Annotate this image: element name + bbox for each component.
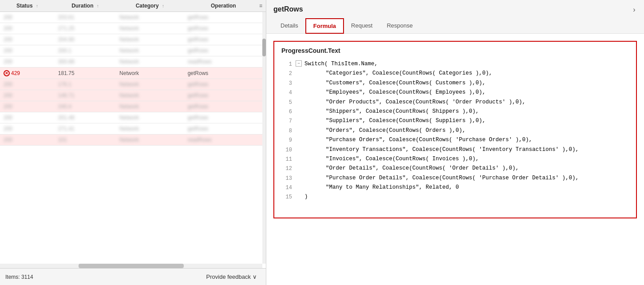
monitor-table: Status ↑ Duration ↑ Category ↑ Operati	[0, 0, 266, 146]
line-number: 6	[281, 107, 292, 116]
code-text: "Shippers", Coalesce(CountRows( Shippers…	[304, 107, 479, 116]
code-text: "Purchase Order Details", Coalesce(Count…	[304, 174, 579, 183]
table-row[interactable]: ✕429181.75NetworkgetRows	[0, 67, 266, 79]
tab-response[interactable]: Response	[379, 18, 420, 34]
scrollbar-thumb[interactable]	[262, 39, 266, 56]
col-header-category[interactable]: Category ↑	[116, 0, 184, 12]
code-line: 1−Switch( ThisItem.Name,	[281, 59, 629, 69]
cell-status: 200	[0, 79, 55, 90]
code-line: 2"Categories", Coalesce(CountRows( Categ…	[281, 69, 629, 78]
line-number: 12	[281, 164, 292, 173]
cell-category: Network	[116, 23, 184, 34]
collapse-icon[interactable]: −	[296, 60, 302, 67]
code-text: "Orders", Coalesce(CountRows( Orders ),0…	[304, 126, 466, 135]
cell-status: 200	[0, 12, 55, 23]
code-line: 10"Inventory Transactions", Coalesce(Cou…	[281, 145, 629, 154]
code-text: Switch( ThisItem.Name,	[304, 59, 378, 69]
formula-property-name: ProgressCount.Text	[281, 47, 629, 54]
table-row[interactable]: 200271.25NetworkgetRows	[0, 23, 266, 34]
cell-operation: getRows	[184, 34, 266, 45]
table-row[interactable]: 200176.1NetworkgetRows	[0, 79, 266, 90]
line-number: 9	[281, 135, 292, 145]
sort-icon-status: ↑	[36, 4, 38, 8]
line-number: 8	[281, 126, 292, 135]
table-row[interactable]: 200300.88NetworkreadRows	[0, 56, 266, 67]
panel-title: getRows	[273, 5, 637, 13]
formula-box: ProgressCount.Text 1−Switch( ThisItem.Na…	[273, 41, 637, 218]
col-header-status[interactable]: Status ↑	[0, 0, 55, 12]
tab-request[interactable]: Request	[344, 18, 379, 34]
cell-category: Network	[116, 135, 184, 146]
cell-duration: 300.88	[55, 56, 116, 67]
cell-operation: getRows	[184, 79, 266, 90]
code-text: "Order Products", Coalesce(CountRows( 'O…	[304, 98, 525, 107]
sort-icon-category: ↑	[162, 4, 164, 8]
cell-duration: 146.71	[55, 90, 116, 101]
table-row[interactable]: 200271.41NetworkgetRows	[0, 123, 266, 135]
table-row[interactable]: 200204.90NetworkgetRows	[0, 34, 266, 45]
h-scrollbar-thumb[interactable]	[79, 264, 183, 268]
cell-status: 200	[0, 90, 55, 101]
code-line: 6"Shippers", Coalesce(CountRows( Shipper…	[281, 107, 629, 116]
code-line: 15)	[281, 192, 629, 202]
error-icon: ✕	[4, 70, 10, 76]
menu-icon[interactable]: ≡	[259, 3, 262, 9]
left-panel: Status ↑ Duration ↑ Category ↑ Operati	[0, 0, 266, 285]
table-scroll-wrapper: Status ↑ Duration ↑ Category ↑ Operati	[0, 0, 266, 264]
cell-duration: 240.4	[55, 101, 116, 112]
code-line: 8"Orders", Coalesce(CountRows( Orders ),…	[281, 126, 629, 135]
cell-operation: getRows	[184, 23, 266, 34]
table-row[interactable]: 200146.71NetworkgetRows	[0, 90, 266, 101]
line-number: 1	[281, 59, 292, 69]
cell-operation: getRows	[184, 112, 266, 123]
line-number: 13	[281, 174, 292, 183]
cell-status: 200	[0, 34, 55, 45]
table-row[interactable]: 200200.1NetworkgetRows	[0, 45, 266, 56]
col-header-operation[interactable]: Operation ≡	[184, 0, 266, 12]
code-line: 9"Purchase Orders", Coalesce(CountRows( …	[281, 135, 629, 145]
table-row[interactable]: 200240.4NetworkgetRows	[0, 101, 266, 112]
cell-status: 200	[0, 112, 55, 123]
table-row[interactable]: 200203.61NetworkgetRows	[0, 12, 266, 23]
cell-status: 200	[0, 101, 55, 112]
code-line: 11"Invoices", Coalesce(CountRows( Invoic…	[281, 154, 629, 164]
tab-formula[interactable]: Formula	[305, 18, 344, 34]
table-row[interactable]: 200201.48NetworkgetRows	[0, 112, 266, 123]
horizontal-scrollbar[interactable]	[0, 264, 262, 268]
cell-duration: 181.75	[55, 67, 116, 79]
chevron-down-icon: ∨	[253, 273, 257, 280]
cell-category: Network	[116, 90, 184, 101]
code-text: "Many to Many Relationships", Related, 0	[304, 183, 459, 192]
code-text: "Categories", Coalesce(CountRows( Catego…	[304, 69, 492, 78]
code-line: 3"Customers", Coalesce(CountRows( Custom…	[281, 79, 629, 88]
table-row[interactable]: 200101NetworkreadRows	[0, 135, 266, 146]
cell-operation: getRows	[184, 45, 266, 56]
table-inner-scroll: Status ↑ Duration ↑ Category ↑ Operati	[0, 0, 266, 264]
items-count: Items: 3114	[5, 274, 33, 280]
cell-category: Network	[116, 12, 184, 23]
cell-duration: 204.90	[55, 34, 116, 45]
code-text: "Invoices", Coalesce(CountRows( Invoices…	[304, 154, 479, 164]
feedback-button[interactable]: Provide feedback ∨	[203, 272, 261, 282]
code-text: "Employees", Coalesce(CountRows( Employe…	[304, 88, 486, 97]
tab-details[interactable]: Details	[273, 18, 305, 34]
right-panel: getRows Details Formula Request Response…	[266, 0, 644, 285]
code-text: "Customers", Coalesce(CountRows( Custome…	[304, 79, 486, 88]
col-header-duration[interactable]: Duration ↑	[55, 0, 116, 12]
cell-category: Network	[116, 45, 184, 56]
cell-status: 200	[0, 56, 55, 67]
code-line: 5"Order Products", Coalesce(CountRows( '…	[281, 98, 629, 107]
line-number: 7	[281, 116, 292, 126]
line-number: 4	[281, 88, 292, 97]
cell-duration: 200.1	[55, 45, 116, 56]
cell-duration: 101	[55, 135, 116, 146]
line-number: 10	[281, 145, 292, 154]
cell-status: 200	[0, 123, 55, 135]
close-button[interactable]: ›	[629, 4, 640, 15]
cell-category: Network	[116, 123, 184, 135]
vertical-scrollbar[interactable]	[262, 12, 266, 264]
line-number: 3	[281, 79, 292, 88]
code-line: 13"Purchase Order Details", Coalesce(Cou…	[281, 174, 629, 183]
line-number: 5	[281, 98, 292, 107]
right-content: ProgressCount.Text 1−Switch( ThisItem.Na…	[266, 34, 644, 285]
